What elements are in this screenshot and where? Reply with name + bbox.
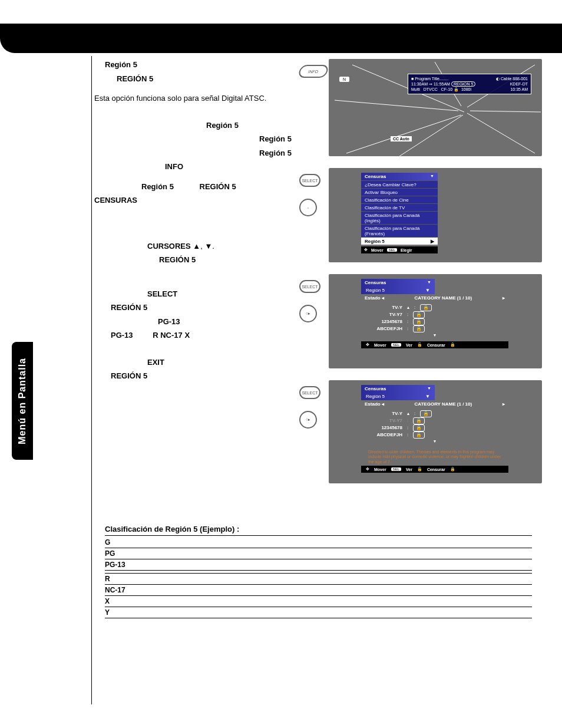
cc-badge: CC Auto	[391, 136, 412, 141]
region-header: Estado ◂ CATEGORY NAME (1 / 10) ▸	[361, 294, 508, 303]
rating-row[interactable]: TV-Y▴:🔒	[367, 410, 503, 417]
rating-code: Y	[105, 607, 140, 618]
lock-icon: 🔒	[413, 311, 425, 318]
svg-line-4	[399, 115, 463, 156]
row-label: ABCDEFJH	[367, 431, 402, 439]
left-arrow-icon: ◂	[382, 295, 384, 301]
region5-screen-a: SELECT ○▸ Censuras ▼ Región 5 ▼ Estado ◂…	[329, 274, 542, 368]
info-banner: ■ Program Title........ ◐ Cable 888-001 …	[408, 74, 531, 94]
rating-code: X	[105, 596, 140, 607]
rating-code: G	[105, 537, 140, 548]
cursor-button[interactable]: ○▸	[299, 411, 317, 429]
content-area: Región 5 REGIÓN 5 Esta opción funciona s…	[94, 59, 542, 384]
menu-item[interactable]: ¿Desea Cambiar Clave?	[361, 180, 438, 188]
info-screen: INFO N ■ Program Title........ ◐ Cable 8…	[329, 59, 542, 156]
down-arrow-icon: ▼	[427, 386, 431, 391]
ib-program: Program Title........	[415, 77, 448, 81]
rating-code: PG	[105, 548, 140, 559]
move-icon: ✥	[364, 248, 368, 252]
panel-subtitle: Región 5 ▼	[361, 393, 435, 400]
select-button[interactable]: SELECT	[299, 386, 320, 399]
lock-icon: 🔒	[413, 417, 425, 424]
cursor-button[interactable]: ◦	[299, 199, 317, 216]
rating-row[interactable]: TV-Y▴:🔒	[367, 304, 503, 311]
menu-item[interactable]: Clasificación para Canadá (Francés)	[361, 224, 438, 237]
up-arrow-icon: ▴	[407, 410, 409, 417]
menu-item[interactable]: Clasificación de Cine	[361, 196, 438, 203]
down-arrow-icon: ▼	[425, 288, 430, 293]
panel-title: Censuras ▼	[361, 279, 435, 286]
row-label: TV-Y	[367, 410, 402, 417]
desc: Esta opción funciona solo para señal Dig…	[94, 93, 306, 104]
select-button[interactable]: SELECT	[299, 174, 320, 187]
ib-t1: 11:30AM	[411, 82, 428, 86]
svg-line-5	[467, 113, 535, 153]
cursor-button[interactable]: ○▸	[299, 305, 317, 322]
ib-dtvcc: DTVCC	[424, 87, 438, 91]
rating-desc	[140, 537, 532, 548]
down-arrow-icon: ▼	[427, 280, 431, 285]
panel-sub-text: Región 5	[366, 394, 385, 399]
vertical-divider	[91, 56, 92, 704]
s2-b1: Región 5	[94, 182, 174, 191]
s3-b2: REGIÓN 5	[159, 255, 196, 264]
ib-clock: 10:35 AM	[510, 87, 528, 92]
menu-footer: ✥ Mover SEL Elegir	[361, 246, 438, 253]
s1-b4: INFO	[165, 162, 183, 171]
menu-title-text: Censuras	[365, 174, 386, 179]
panel-title: Censuras ▼	[361, 385, 435, 393]
row-label: 12345678	[367, 424, 402, 431]
rating-row[interactable]: ABCDEFJH:🔒	[367, 325, 503, 332]
lock-icon: 🔒	[420, 410, 432, 417]
table-row: G	[105, 537, 532, 548]
rating-row[interactable]: 12345678:🔒	[367, 424, 503, 431]
sel-key: SEL	[391, 467, 401, 471]
rating-desc	[140, 607, 532, 618]
row-label: TV-Y7	[367, 311, 402, 318]
estado-label: Estado	[365, 295, 381, 301]
category-name: CATEGORY NAME (1 / 10)	[390, 295, 497, 301]
rating-row[interactable]: 12345678:🔒	[367, 318, 503, 325]
censuras-menu: Censuras ▼ ¿Desea Cambiar Clave? Activar…	[361, 173, 438, 253]
panel-footer: ✥Mover SELVer 🔓Censurar🔒	[361, 341, 508, 348]
s3-b1: CURSORES ▲	[147, 242, 200, 251]
down-arrow-icon: ▾	[367, 332, 503, 338]
sel-key: SEL	[387, 248, 397, 252]
rating-description: Directed to older children. Themes and e…	[361, 447, 508, 466]
right-arrow-icon: ▸	[503, 401, 505, 407]
menu-item[interactable]: Clasificación de TV	[361, 203, 438, 211]
ib-region: REGION 5	[451, 81, 475, 87]
svg-line-3	[346, 115, 461, 153]
menu-item[interactable]: Clasificación para Canadá (Inglés)	[361, 211, 438, 224]
lock-icon: 🔒	[413, 325, 425, 332]
panel-sub-text: Región 5	[366, 288, 385, 293]
footer-move: Mover	[374, 467, 386, 472]
ratings-table-section: Clasificación de Región 5 (Ejemplo) : G …	[105, 525, 532, 618]
ratings-heading: Clasificación de Región 5 (Ejemplo) :	[105, 525, 532, 536]
footer-cens: Censurar	[427, 467, 445, 472]
ib-cf: CF-10	[441, 87, 452, 91]
rating-row[interactable]: ABCDEFJH:🔒	[367, 431, 503, 439]
panel-footer: ✥Mover SELVer 🔓Censurar🔒	[361, 466, 508, 473]
s3-suf: , ▼.	[200, 242, 214, 251]
table-row: NC-17	[105, 585, 532, 596]
rating-row[interactable]: TV-Y7:🔒	[367, 311, 503, 318]
menu-title: Censuras ▼	[361, 173, 438, 180]
s4-b4b: R NC-17 X	[135, 331, 190, 340]
lock-icon: 🔒	[413, 318, 425, 325]
s4-b2: REGIÓN 5	[111, 303, 147, 312]
remote-buttons-4: SELECT ○▸	[299, 386, 320, 429]
right-arrow-icon: ▶	[431, 239, 434, 244]
table-row: R	[105, 574, 532, 585]
sel-key: SEL	[391, 343, 401, 347]
ib-multi: Multi	[411, 87, 420, 91]
select-button[interactable]: SELECT	[299, 280, 320, 293]
lock-icon: 🔒	[450, 467, 455, 472]
info-button[interactable]: INFO	[297, 65, 329, 78]
menu-item[interactable]: Activar Bloqueo	[361, 188, 438, 196]
unlock-icon: 🔓	[417, 467, 422, 472]
region5-panel-b: Censuras ▼ Región 5 ▼ Estado ◂ CATEGORY …	[361, 385, 508, 473]
rating-row-dim[interactable]: TV-Y7:🔒	[367, 417, 503, 424]
menu-item-selected[interactable]: Región 5 ▶	[361, 237, 438, 245]
footer-move: Mover	[374, 343, 386, 347]
